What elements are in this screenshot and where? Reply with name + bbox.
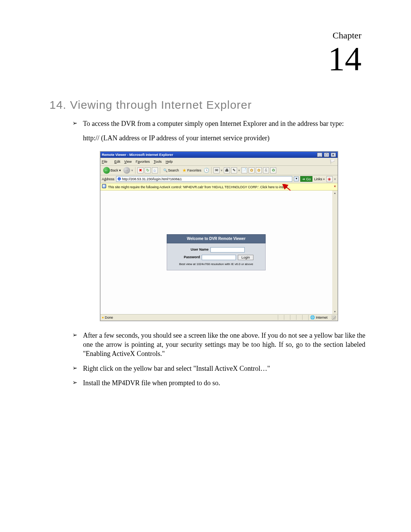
chevron-down-icon: ▾	[221, 168, 223, 173]
go-button[interactable]: ➜ Go	[300, 176, 312, 182]
bullet-item: ➢ Install the MP4DVR file when prompted …	[72, 378, 365, 387]
bullet-text: Install the MP4DVR file when prompted to…	[83, 378, 365, 387]
bullet-item: ➢ Right click on the yellow bar and sele…	[72, 364, 365, 373]
address-value: http://208.53.31.230/login.html?1608&1	[122, 177, 182, 181]
links-menu[interactable]: Links »	[314, 177, 325, 181]
section-title: 14. Viewing through Internet Explorer	[49, 98, 365, 111]
window-buttons: _ □ ×	[317, 152, 336, 157]
bullet-glyph-icon: ➢	[72, 331, 83, 359]
infobar-close-icon[interactable]: ×	[334, 184, 336, 189]
bullet-text: Right click on the yellow bar and select…	[83, 364, 365, 373]
bullet-item: ➢ After a few seconds, you should see a …	[72, 331, 365, 359]
favorites-label: Favorites	[187, 168, 201, 173]
print-button[interactable]: 🖶	[224, 167, 230, 173]
mail-button[interactable]: ✉	[213, 167, 220, 173]
globe-icon: 🌐	[310, 315, 315, 320]
bullet-item: ➢ To access the DVR from a computer simp…	[72, 119, 365, 128]
ie-content-area: Welcome to DVR Remote Viewer User Name P…	[100, 191, 338, 314]
back-label: Back	[111, 168, 118, 173]
snagit-icon[interactable]: ◉	[327, 176, 333, 182]
menu-favorites[interactable]: Favorites	[135, 160, 150, 164]
back-button[interactable]: ← Back ▾	[102, 167, 122, 174]
chevron-down-icon: ▾	[131, 168, 133, 173]
stop-button[interactable]: ✖	[137, 167, 143, 173]
go-label: Go	[306, 177, 311, 181]
page-icon: 🅔	[118, 177, 121, 181]
home-button[interactable]: ⌂	[152, 167, 158, 173]
ie-logo-icon: 🏳️	[329, 159, 336, 165]
chevron-down-icon: ▾	[238, 168, 240, 173]
ie-titlebar: Remote Viewer - Microsoft Internet Explo…	[100, 152, 338, 158]
login-panel: Welcome to DVR Remote Viewer User Name P…	[167, 234, 266, 270]
bullet-text: After a few seconds, you should see a sc…	[83, 331, 365, 359]
ie-screenshot: Remote Viewer - Microsoft Internet Explo…	[100, 151, 338, 321]
favorites-button[interactable]: ★ Favorites	[181, 167, 202, 174]
chapter-block: Chapter 14	[49, 30, 365, 76]
menu-file[interactable]: File	[102, 160, 111, 164]
login-heading: Welcome to DVR Remote Viewer	[167, 234, 266, 243]
chevron-right-icon: »	[323, 177, 325, 181]
address-label: Address	[102, 177, 115, 181]
done-icon: ●	[102, 316, 104, 319]
password-label: Password	[179, 255, 200, 259]
star-icon: ★	[182, 167, 186, 173]
chevron-down-icon: ▾	[334, 177, 336, 181]
go-arrow-icon: ➜	[302, 177, 305, 181]
search-label: Search	[168, 168, 179, 173]
close-icon[interactable]: ×	[331, 152, 336, 157]
forward-button[interactable]: →	[123, 167, 130, 174]
bullet-glyph-icon: ➢	[72, 378, 83, 387]
menu-edit[interactable]: Edit	[115, 160, 121, 164]
zone-label: Internet	[316, 315, 328, 320]
chapter-number: 14	[49, 42, 362, 76]
chapter-label: Chapter	[49, 30, 362, 41]
security-zone[interactable]: 🌐 Internet	[308, 315, 330, 320]
resize-grip-icon	[331, 315, 336, 320]
maximize-icon[interactable]: □	[324, 152, 329, 157]
toolbar-extra-1[interactable]: 📄	[241, 167, 247, 173]
back-icon: ←	[103, 167, 110, 174]
links-label: Links	[314, 177, 322, 181]
window-title: Remote Viewer - Microsoft Internet Explo…	[102, 152, 173, 157]
login-button[interactable]: Login	[238, 255, 253, 260]
toolbar-extra-5[interactable]: ♻	[270, 167, 276, 173]
refresh-button[interactable]: ↻	[145, 167, 151, 173]
infobar-text: This site might require the following Ac…	[108, 185, 290, 189]
url-instruction: http:// (LAN address or IP address of yo…	[83, 133, 365, 143]
minimize-icon[interactable]: _	[317, 152, 322, 157]
address-input[interactable]: 🅔 http://208.53.31.230/login.html?1608&1	[116, 176, 293, 182]
ie-statusbar: ● Done 🌐 Internet	[100, 314, 338, 321]
toolbar-extra-2[interactable]: ✿	[249, 167, 255, 173]
status-done: Done	[105, 316, 113, 319]
ie-menubar: File Edit View Favorites Tools Help 🏳️	[100, 158, 338, 166]
shield-icon	[102, 184, 106, 188]
login-note: Best view at 1024x768 resolution with IE…	[171, 262, 261, 267]
edit-button[interactable]: ✎	[231, 167, 237, 173]
password-input[interactable]	[202, 255, 236, 260]
chevron-down-icon: ▾	[119, 168, 121, 173]
bullet-text: To access the DVR from a computer simply…	[83, 119, 365, 128]
menu-view[interactable]: View	[124, 160, 132, 164]
address-dropdown-icon[interactable]: ▾	[294, 176, 299, 181]
ie-toolbar: ← Back ▾ → ▾ ✖ ↻ ⌂ 🔍 Search ★ Favorites	[100, 166, 338, 175]
menu-tools[interactable]: Tools	[154, 160, 162, 164]
bullet-glyph-icon: ➢	[72, 364, 83, 373]
menu-help[interactable]: Help	[166, 160, 173, 164]
bullet-glyph-icon: ➢	[72, 119, 83, 128]
ie-address-bar: Address 🅔 http://208.53.31.230/login.htm…	[100, 175, 338, 183]
toolbar-extra-4[interactable]: &	[263, 167, 269, 173]
search-icon: 🔍	[163, 168, 167, 173]
activex-infobar[interactable]: This site might require the following Ac…	[100, 183, 338, 191]
history-button[interactable]: 🕓	[204, 167, 209, 173]
username-label: User Name	[188, 247, 209, 252]
toolbar-extra-3[interactable]: ✿	[256, 167, 262, 173]
username-input[interactable]	[210, 247, 245, 253]
search-button[interactable]: 🔍 Search	[162, 168, 180, 173]
